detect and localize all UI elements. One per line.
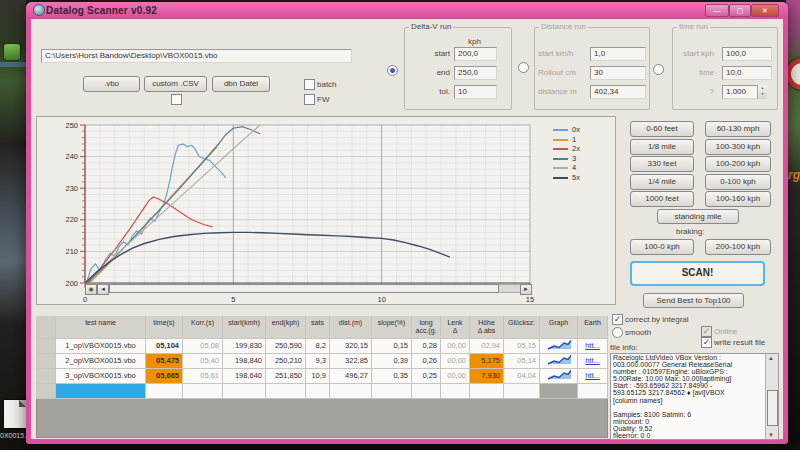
distance-distance-input[interactable]: 402,34 — [590, 85, 646, 99]
smooth-radio[interactable] — [612, 327, 623, 338]
file-info-label: file info: — [610, 343, 638, 352]
table-cell — [372, 384, 412, 399]
earth-link[interactable]: htt... — [578, 369, 608, 384]
earth-link[interactable]: htt... — [578, 339, 608, 354]
row-header[interactable] — [36, 369, 56, 384]
fw-checkbox[interactable] — [304, 94, 315, 105]
chart-scroll-right-button[interactable]: ► — [520, 284, 532, 295]
chart-scroll-thumb[interactable] — [109, 284, 499, 293]
quick-test-0-100-kph[interactable]: 0-100 kph — [705, 174, 771, 190]
row-header[interactable] — [36, 354, 56, 369]
quick-test-0-60-feet[interactable]: 0-60 feet — [630, 121, 694, 137]
write-result-file-checkbox[interactable]: ✓ — [701, 337, 712, 348]
legend-label: 1 — [572, 135, 576, 144]
svg-text:10: 10 — [377, 295, 385, 304]
row-header[interactable] — [36, 384, 56, 399]
row-header[interactable] — [36, 339, 56, 354]
file-info-line: Samples: 8100 Satmin: 6 — [611, 411, 778, 418]
distance-rollout-input[interactable]: 30 — [590, 66, 646, 80]
table-cell — [540, 384, 578, 399]
csv-option-checkbox[interactable] — [171, 94, 182, 105]
file-info-scrollbar[interactable]: ▲ ▼ — [765, 354, 778, 439]
quick-test-100-300-kph[interactable]: 100-300 kph — [705, 139, 771, 155]
quick-test-100-200-kph[interactable]: 100-200 kph — [705, 156, 771, 172]
quick-test-1000-feet[interactable]: 1000 feet — [630, 191, 694, 207]
delta-mode-radio[interactable] — [387, 65, 398, 76]
desktop-shortcut-label — [0, 62, 26, 67]
desktop-file-icon[interactable] — [4, 400, 26, 428]
dbn-datei-button[interactable]: dbn Datei — [212, 76, 270, 92]
close-button[interactable]: ✕ — [751, 4, 779, 17]
graph-icon[interactable] — [546, 369, 572, 380]
batch-checkbox[interactable] — [304, 79, 315, 90]
write-result-file-label: write result file — [714, 338, 765, 347]
chart-panel: 2002102202302402500510150x12x345x◉◄► — [36, 116, 616, 305]
table-cell — [441, 384, 470, 399]
braking-100-0-kph[interactable]: 100-0 kph — [630, 239, 694, 255]
quick-test-100-160-kph[interactable]: 100-160 kph — [705, 191, 771, 207]
svg-text:5: 5 — [231, 295, 235, 304]
file-info-box: Racelogic LtdVideo VBox Version :003.000… — [610, 353, 779, 440]
delta-start-input[interactable]: 200,0 — [454, 47, 497, 61]
scroll-up-icon[interactable]: ▲ — [768, 355, 774, 361]
file-path-input[interactable]: C:\Users\Horst Bandow\Desktop\VBOX0015.v… — [41, 49, 352, 63]
custom-csv-button[interactable]: custom .CSV — [144, 76, 207, 92]
graph-icon[interactable] — [546, 354, 572, 365]
time-time-input[interactable]: 10,0 — [722, 66, 772, 80]
table-cell: 0,35 — [372, 369, 412, 384]
time-mode-radio[interactable] — [653, 64, 664, 75]
desktop-shortcut-icon[interactable] — [4, 44, 20, 60]
quick-test-1-4-mile[interactable]: 1/4 mile — [630, 174, 694, 190]
quick-test-1-8-mile[interactable]: 1/8 mile — [630, 139, 694, 155]
table-cell — [578, 384, 608, 399]
graph-icon-cell[interactable] — [540, 339, 578, 354]
legend-swatch — [553, 177, 568, 179]
scroll-thumb[interactable] — [767, 390, 778, 426]
legend-item-3: 3 — [553, 154, 603, 163]
graph-icon[interactable] — [546, 339, 572, 350]
maximize-button[interactable]: ▢ — [729, 4, 751, 17]
send-best-button[interactable]: Send Best to Top100 — [643, 293, 744, 308]
chart-scroll-left-button[interactable]: ◄ — [97, 284, 109, 295]
table-cell: 10,9 — [306, 369, 330, 384]
column-header: time(s) — [146, 316, 183, 339]
distance-start-input[interactable]: 1,0 — [590, 47, 646, 61]
graph-icon-cell[interactable] — [540, 354, 578, 369]
table-header-row: test nametime(s)Korr.(s)start(kmh)end(kp… — [36, 316, 608, 339]
correct-by-integral-checkbox[interactable]: ✓ — [612, 314, 623, 325]
quick-test-standing-mile[interactable]: standing mile — [657, 209, 739, 224]
scan-button[interactable]: SCAN! — [630, 261, 765, 286]
column-header: dist.(m) — [330, 316, 372, 339]
table-cell: 0,26 — [412, 354, 441, 369]
minimize-button[interactable]: — — [705, 4, 729, 17]
table-cell: 5,175 — [470, 354, 504, 369]
column-header: Earth — [578, 316, 608, 339]
svg-text:220: 220 — [65, 215, 78, 224]
time-factor-spinner[interactable]: ▴▾ — [757, 85, 767, 99]
graph-icon-cell[interactable] — [540, 369, 578, 384]
distance-run-title: Distance run — [539, 22, 588, 31]
table-row: 3_op\VBOX0015.vbo05,66505,61198,640251,8… — [36, 369, 608, 384]
earth-link[interactable]: htt... — [578, 354, 608, 369]
online-label: Online — [714, 327, 737, 336]
chart-reset-button[interactable]: ◉ — [85, 284, 97, 295]
delta-end-input[interactable]: 250,0 — [454, 66, 497, 80]
table-cell: 05,104 — [146, 339, 183, 354]
delta-v-run-title: Delta-V run — [409, 22, 453, 31]
braking-200-100-kph[interactable]: 200-100 kph — [705, 239, 771, 255]
quick-test-60-130-mph[interactable]: 60-130 mph — [705, 121, 771, 137]
file-info-line: 003.000.00077 General ReleaseSerial — [611, 361, 778, 368]
table-cell: 198,840 — [223, 354, 266, 369]
speed-time-chart: 200210220230240250051015 — [37, 117, 615, 304]
column-header: Graph — [540, 316, 578, 339]
distance-mode-radio[interactable] — [518, 62, 529, 73]
time-time-label: time — [674, 68, 714, 77]
scroll-down-icon[interactable]: ▼ — [768, 432, 774, 438]
delta-tol-input[interactable]: 10 — [454, 85, 497, 99]
online-checkbox[interactable]: ✓ — [701, 326, 712, 337]
legend-label: 5x — [572, 173, 580, 182]
time-start-input[interactable]: 100,0 — [722, 47, 772, 61]
vbo-button[interactable]: .vbo — [83, 76, 140, 92]
table-row: 1_op\VBOX0015.vbo05,10405,08199,830250,5… — [36, 339, 608, 354]
quick-test-330-feet[interactable]: 330 feet — [630, 156, 694, 172]
